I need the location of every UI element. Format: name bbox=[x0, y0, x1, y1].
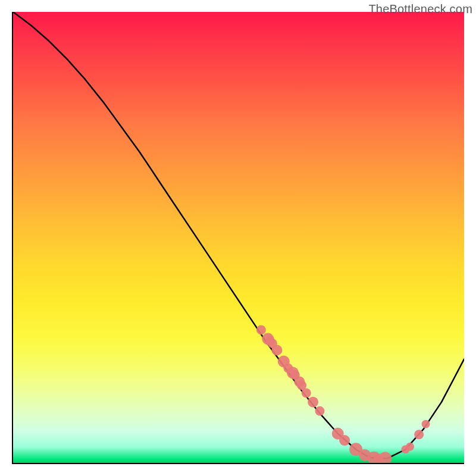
svg-point-20 bbox=[378, 452, 392, 463]
svg-point-13 bbox=[315, 406, 324, 416]
svg-point-4 bbox=[271, 345, 282, 356]
svg-point-11 bbox=[302, 389, 311, 398]
svg-point-12 bbox=[308, 397, 318, 408]
svg-point-22 bbox=[406, 443, 414, 451]
svg-point-23 bbox=[414, 430, 424, 439]
scatter-points bbox=[256, 325, 430, 463]
plot-area bbox=[12, 12, 464, 464]
svg-point-0 bbox=[256, 325, 266, 334]
svg-point-15 bbox=[339, 435, 350, 446]
chart-svg bbox=[13, 12, 464, 463]
chart-container: TheBottleneck.com bbox=[0, 0, 476, 476]
curve-line bbox=[13, 12, 464, 458]
svg-point-24 bbox=[422, 420, 430, 428]
watermark-text: TheBottleneck.com bbox=[368, 2, 472, 16]
